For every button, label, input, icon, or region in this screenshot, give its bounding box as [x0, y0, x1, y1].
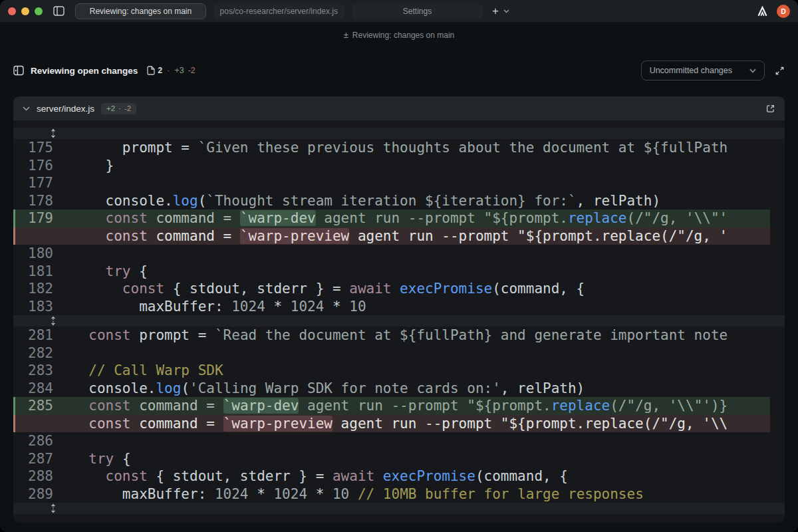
code-text: const { stdout, stderr } = await execPro… — [72, 281, 770, 297]
expand-hunk-button[interactable] — [13, 503, 785, 514]
badge-additions: +2 — [106, 104, 115, 112]
code-line: 182 const { stdout, stderr } = await exe… — [13, 280, 770, 298]
tab-reviewing-changes[interactable]: Reviewing: changes on main — [75, 3, 206, 19]
code-line: 175 prompt = `Given these previous thoug… — [13, 139, 770, 157]
file-count: 2 — [158, 66, 162, 75]
code-line: 178 console.log(`Thought stream iteratio… — [13, 192, 770, 210]
changes-source-dropdown[interactable]: Uncommitted changes — [641, 61, 765, 80]
code-line: 176 } — [13, 157, 770, 175]
session-pane-icon — [13, 65, 24, 76]
expand-hunk-button[interactable] — [13, 315, 785, 327]
minimize-button[interactable] — [21, 7, 29, 15]
line-number: 287 — [13, 451, 72, 467]
diff-panel: server/index.js +2 · -2 175 prompt = `Gi… — [13, 96, 785, 523]
file-diff-badge: +2 · -2 — [101, 103, 136, 114]
dropdown-label: Uncommitted changes — [650, 66, 732, 75]
code-text: maxBuffer: 1024 * 1024 * 10 — [72, 299, 770, 315]
line-number: 281 — [13, 327, 72, 343]
code-line: 281 const prompt = `Read the document at… — [13, 327, 770, 344]
line-number: 176 — [13, 158, 72, 174]
tab-label: pos/co-researcher/server/index.js — [220, 7, 344, 16]
code-line: 183 maxBuffer: 1024 * 1024 * 10 — [13, 298, 770, 316]
line-number: 288 — [13, 468, 72, 484]
code-text: const prompt = `Read the document at ${f… — [72, 327, 770, 343]
tab-settings[interactable]: Settings — [352, 3, 483, 19]
code-line: 282 — [13, 344, 770, 362]
diff-removed-line: const command = `warp-preview agent run … — [13, 415, 770, 433]
code-line: 283 // Call Warp SDK — [13, 362, 770, 380]
file-name: server/index.js — [37, 104, 94, 114]
collapse-chevron-icon[interactable] — [23, 106, 30, 111]
code-line: 284 console.log('Calling Warp SDK for no… — [13, 380, 770, 398]
line-number: 283 — [13, 362, 72, 378]
zoom-button[interactable] — [35, 7, 43, 15]
line-number: 179 — [13, 210, 72, 226]
file-header[interactable]: server/index.js +2 · -2 — [13, 96, 785, 120]
line-number: 284 — [13, 380, 72, 396]
document-icon — [147, 66, 155, 75]
deletions-count: -2 — [188, 66, 196, 75]
change-stats: 2 · +3 -2 — [147, 66, 196, 75]
tab-label: Settings — [403, 7, 432, 16]
line-number: 178 — [13, 193, 72, 209]
new-tab-chevron-icon[interactable] — [503, 9, 509, 13]
review-header: Reviewing open changes 2 · +3 -2 Uncommi… — [0, 57, 798, 84]
line-number: 177 — [13, 175, 72, 191]
code-text: } — [72, 158, 770, 174]
diff-removed-line: const command = `warp-preview agent run … — [13, 227, 770, 245]
page-title: Reviewing open changes — [31, 66, 138, 76]
code-line: 287 try { — [13, 450, 770, 468]
code-line: 180 — [13, 245, 770, 263]
expand-hunk-button[interactable] — [13, 128, 785, 139]
code-text: console.log(`Thought stream iteration ${… — [72, 193, 770, 209]
session-subtitle-text: Reviewing: changes on main — [352, 31, 454, 40]
line-number: 285 — [13, 398, 72, 414]
code-text: prompt = `Given these previous thoughts … — [72, 140, 770, 156]
app-window: Reviewing: changes on main pos/co-resear… — [0, 0, 798, 532]
additions-count: +3 — [174, 66, 184, 75]
code-line: 288 const { stdout, stderr } = await exe… — [13, 467, 770, 485]
window-controls — [8, 7, 43, 15]
tab-file-path[interactable]: pos/co-researcher/server/index.js — [213, 3, 344, 19]
sidebar-toggle-icon[interactable] — [53, 6, 65, 16]
line-number: 289 — [13, 486, 72, 502]
line-number: 180 — [13, 245, 72, 261]
code-text: const { stdout, stderr } = await execPro… — [72, 468, 770, 484]
plus-minus-icon: ± — [344, 30, 348, 40]
line-number: 182 — [13, 281, 72, 297]
code-text: const command = `warp-dev agent run --pr… — [72, 210, 770, 226]
expand-fullscreen-icon[interactable] — [775, 66, 785, 76]
code-line: 177 — [13, 174, 770, 192]
tab-bar: Reviewing: changes on main pos/co-resear… — [75, 3, 483, 19]
user-avatar[interactable]: D — [777, 5, 790, 18]
titlebar-right: D — [757, 5, 790, 18]
line-number: 181 — [13, 263, 72, 279]
separator-dot: · — [167, 66, 170, 75]
code-text: console.log('Calling Warp SDK for note c… — [72, 380, 770, 396]
chevron-down-icon — [749, 68, 756, 73]
code-diff-view: 175 prompt = `Given these previous thoug… — [13, 120, 785, 523]
code-text: const command = `warp-dev agent run --pr… — [72, 398, 770, 414]
line-number: 282 — [13, 345, 72, 361]
open-external-icon[interactable] — [765, 104, 775, 114]
close-button[interactable] — [8, 7, 16, 15]
code-text: try { — [72, 451, 770, 467]
code-text: try { — [72, 263, 770, 279]
tab-label: Reviewing: changes on main — [90, 7, 192, 16]
diff-added-line: 285 const command = `warp-dev agent run … — [13, 397, 770, 415]
code-line: 289 maxBuffer: 1024 * 1024 * 10 // 10MB … — [13, 485, 770, 503]
line-number: 183 — [13, 299, 72, 315]
titlebar: Reviewing: changes on main pos/co-resear… — [0, 0, 798, 23]
code-text: maxBuffer: 1024 * 1024 * 10 // 10MB buff… — [72, 486, 770, 502]
code-text: const command = `warp-preview agent run … — [72, 228, 770, 244]
line-number: 286 — [13, 433, 72, 449]
code-text: // Call Warp SDK — [72, 362, 770, 378]
diff-added-line: 179 const command = `warp-dev agent run … — [13, 209, 770, 227]
code-text: const command = `warp-preview agent run … — [72, 416, 770, 432]
badge-deletions: -2 — [124, 104, 131, 112]
line-number: 175 — [13, 140, 72, 156]
code-line: 181 try { — [13, 263, 770, 281]
warp-logo-icon[interactable] — [757, 6, 768, 17]
new-tab-button[interactable]: + — [492, 5, 499, 17]
badge-dot: · — [118, 104, 121, 112]
